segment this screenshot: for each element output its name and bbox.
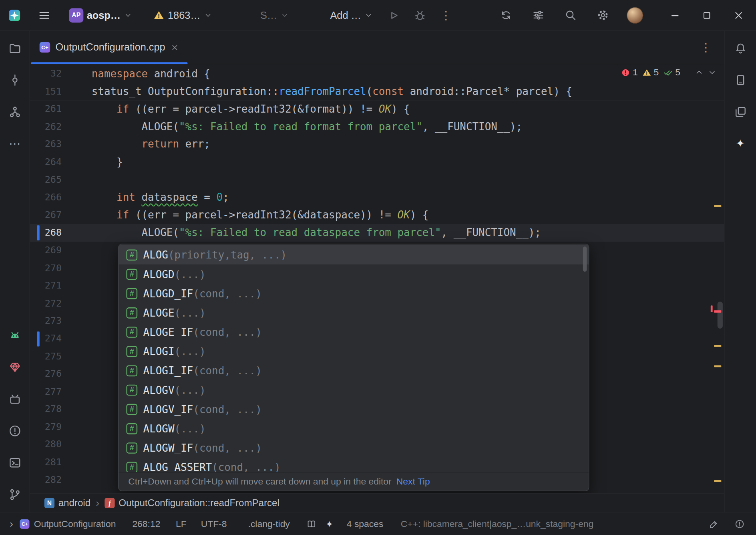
code-editor[interactable]: 32namespace android {151status_t OutputC… xyxy=(30,64,724,493)
ai-status-button[interactable]: ✦ xyxy=(326,519,333,529)
version-control-tool-button[interactable] xyxy=(8,488,22,501)
run-configuration-selector[interactable]: S… xyxy=(260,9,289,21)
reader-mode-button[interactable] xyxy=(306,519,317,529)
vcs-widget[interactable]: 1863… xyxy=(153,9,212,21)
line-number[interactable]: 266 xyxy=(30,189,62,206)
popup-scrollbar-thumb[interactable] xyxy=(583,246,587,272)
notifications-button[interactable] xyxy=(734,42,747,55)
line-number[interactable]: 269 xyxy=(30,242,62,259)
passed-count[interactable]: 5 xyxy=(663,67,680,77)
more-actions-button[interactable]: ⋮ xyxy=(439,8,453,22)
problems-tool-button[interactable] xyxy=(8,424,22,438)
code-line[interactable]: 151status_t OutputConfiguration::readFro… xyxy=(30,83,724,101)
status-file-widget[interactable]: C+ OutputConfiguration xyxy=(20,519,116,529)
line-number[interactable]: 275 xyxy=(30,348,62,365)
completion-item[interactable]: #ALOGD_IF(cond, ...) xyxy=(119,284,589,303)
error-stripe-mark[interactable] xyxy=(714,205,721,207)
completion-item[interactable]: #ALOG_ASSERT(cond, ...) xyxy=(119,457,589,472)
tab-outputconfiguration[interactable]: C+ OutputConfiguration.cpp xyxy=(31,31,187,64)
editor-scrollbar-thumb[interactable] xyxy=(718,302,723,329)
completion-item[interactable]: #ALOGE(...) xyxy=(119,303,589,322)
chevron-right-icon[interactable]: › xyxy=(10,519,13,529)
tab-options-button[interactable]: ⋮ xyxy=(700,31,724,64)
line-number[interactable]: 273 xyxy=(30,312,62,330)
commit-tool-button[interactable] xyxy=(8,73,22,87)
error-stripe-mark[interactable] xyxy=(714,345,721,347)
line-number[interactable]: 280 xyxy=(30,436,62,454)
completion-item[interactable]: #ALOGV(...) xyxy=(119,380,589,400)
encoding-widget[interactable]: UTF-8 xyxy=(201,519,227,529)
indent-widget[interactable]: 4 spaces xyxy=(347,519,384,529)
code-line[interactable]: 264 } xyxy=(30,153,724,171)
code-line[interactable]: 262 ALOGE("%s: Failed to read format fro… xyxy=(30,118,724,136)
ide-errors-button[interactable] xyxy=(733,517,746,531)
line-number[interactable]: 278 xyxy=(30,401,62,418)
settings-button[interactable] xyxy=(596,8,609,22)
line-number[interactable]: 32 xyxy=(30,65,62,83)
line-number[interactable]: 261 xyxy=(30,101,62,118)
line-number[interactable]: 265 xyxy=(30,171,62,189)
line-number[interactable]: 279 xyxy=(30,418,62,436)
code-line[interactable]: 32namespace android { xyxy=(30,65,724,83)
previous-issue-button[interactable] xyxy=(695,68,704,77)
logcat-tool-button[interactable] xyxy=(8,329,22,342)
tab-close-icon[interactable] xyxy=(171,43,179,51)
line-number[interactable]: 281 xyxy=(30,454,62,471)
code-line[interactable]: 266 int dataspace = 0; xyxy=(30,189,724,206)
run-button[interactable] xyxy=(387,8,401,22)
completion-item[interactable]: #ALOGW_IF(cond, ...) xyxy=(119,438,589,457)
completion-item[interactable]: #ALOGD(...) xyxy=(119,264,589,284)
line-number[interactable]: 282 xyxy=(30,471,62,489)
line-number[interactable]: 274 xyxy=(30,330,62,347)
code-line[interactable]: 263 return err; xyxy=(30,136,724,153)
line-number[interactable]: 272 xyxy=(30,295,62,312)
completion-item[interactable]: #ALOGW(...) xyxy=(119,419,589,438)
sync-button[interactable] xyxy=(499,8,513,22)
line-number[interactable]: 276 xyxy=(30,365,62,383)
inspections-widget[interactable]: 1 5 5 xyxy=(621,67,716,77)
terminal-tool-button[interactable] xyxy=(8,456,22,470)
breadcrumb-function[interactable]: f OutputConfiguration::readFromParcel xyxy=(105,497,279,509)
search-everywhere-button[interactable] xyxy=(564,8,577,22)
line-number[interactable]: 268 xyxy=(30,224,62,242)
error-stripe-mark[interactable] xyxy=(711,305,713,312)
line-number[interactable]: 263 xyxy=(30,136,62,153)
gemini-button[interactable]: ✦ xyxy=(734,137,747,151)
completion-item[interactable]: #ALOG(priority,tag, ...) xyxy=(119,245,589,264)
running-devices-tool-button[interactable] xyxy=(8,392,22,406)
app-quality-insights-tool-button[interactable] xyxy=(8,360,22,374)
code-line[interactable]: 267 if ((err = parcel->readInt32(&datasp… xyxy=(30,206,724,224)
project-tool-button[interactable] xyxy=(8,42,22,55)
line-number[interactable]: 270 xyxy=(30,259,62,277)
completion-item[interactable]: #ALOGI_IF(cond, ...) xyxy=(119,361,589,380)
line-separator-widget[interactable]: LF xyxy=(176,519,187,529)
line-number[interactable]: 271 xyxy=(30,277,62,295)
error-stripe-mark[interactable] xyxy=(714,365,721,367)
line-number[interactable]: 277 xyxy=(30,383,62,401)
user-avatar[interactable] xyxy=(627,7,643,23)
debug-button[interactable] xyxy=(413,8,427,22)
close-button[interactable] xyxy=(732,8,746,22)
more-tool-windows-button[interactable]: ⋯ xyxy=(8,137,22,151)
project-widget[interactable]: AP aosp… xyxy=(69,8,132,22)
completion-item[interactable]: #ALOGV_IF(cond, ...) xyxy=(119,400,589,419)
code-line[interactable]: 265 xyxy=(30,171,724,189)
error-stripe-mark[interactable] xyxy=(714,310,721,313)
device-manager-button[interactable] xyxy=(734,73,747,87)
next-tip-link[interactable]: Next Tip xyxy=(396,476,430,487)
add-configuration-button[interactable]: Add … xyxy=(330,9,372,21)
caret-position-widget[interactable]: 268:12 xyxy=(132,519,160,529)
build-target-widget[interactable]: C++: libcamera_client|aosp_…unk_staging-… xyxy=(401,519,594,529)
error-stripe-mark[interactable] xyxy=(714,480,721,482)
completion-item[interactable]: #ALOGE_IF(cond, ...) xyxy=(119,322,589,341)
line-number[interactable]: 264 xyxy=(30,153,62,171)
breadcrumb-namespace[interactable]: N android xyxy=(44,497,90,509)
device-explorer-button[interactable] xyxy=(734,105,747,119)
line-number[interactable]: 151 xyxy=(30,83,62,100)
error-count[interactable]: 1 xyxy=(621,67,638,77)
main-menu-button[interactable] xyxy=(38,8,51,22)
line-number[interactable]: 267 xyxy=(30,206,62,224)
edit-indicator-button[interactable] xyxy=(707,517,720,531)
code-line[interactable]: 261 if ((err = parcel->readInt32(&format… xyxy=(30,101,724,118)
view-options-button[interactable] xyxy=(531,8,545,22)
